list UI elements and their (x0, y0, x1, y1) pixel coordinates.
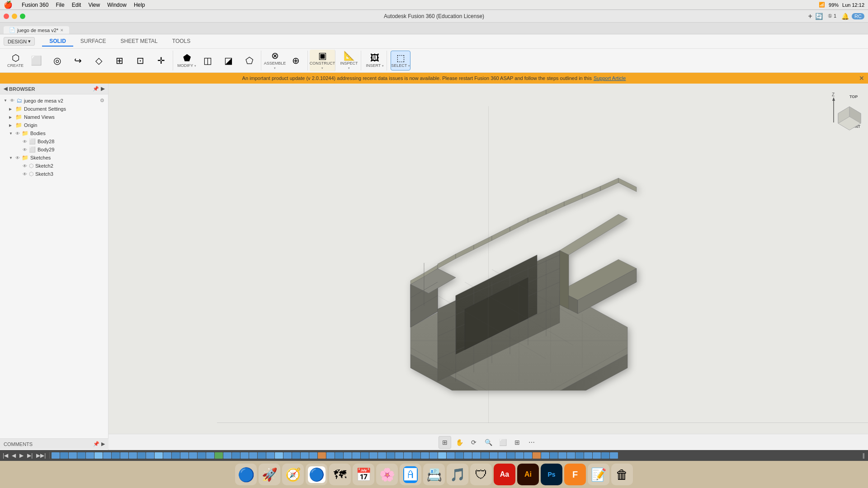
tl-item-20[interactable] (215, 452, 223, 459)
tl-item-9[interactable] (120, 452, 128, 459)
extrude-btn[interactable]: ⬜ (26, 51, 46, 70)
orbit-btn[interactable]: ⟳ (467, 436, 480, 449)
tl-item-52[interactable] (490, 452, 498, 459)
tl-item-56[interactable] (524, 452, 532, 459)
tl-item-62[interactable] (576, 452, 584, 459)
tl-item-64[interactable] (593, 452, 601, 459)
sketches-visibility-icon[interactable]: 👁 (15, 155, 20, 160)
tl-item-63[interactable] (584, 452, 592, 459)
tl-item-17[interactable] (189, 452, 197, 459)
tl-item-43[interactable] (412, 452, 420, 459)
tl-item-44[interactable] (421, 452, 429, 459)
tree-item-sketch3[interactable]: 👁 ⬡ Sketch3 (0, 170, 108, 178)
tl-item-53[interactable] (498, 452, 506, 459)
tl-item-15[interactable] (172, 452, 180, 459)
tl-start-btn[interactable]: |◀ (2, 452, 9, 459)
tree-item-root[interactable]: ▼ 👁 🗂 juego de mesa v2 ⚙ (0, 96, 108, 105)
tl-item-13[interactable] (155, 452, 163, 459)
new-component-btn[interactable]: ⬡ CREATE (5, 51, 25, 70)
revolve-btn[interactable]: ◎ (47, 51, 67, 70)
tl-item-11[interactable] (137, 452, 146, 459)
tree-item-body29[interactable]: 👁 ⬜ Body29 (0, 145, 108, 154)
body29-visibility-icon[interactable]: 👁 (23, 147, 27, 152)
tl-item-54[interactable] (507, 452, 515, 459)
tl-item-30[interactable] (301, 452, 309, 459)
tree-item-sketch2[interactable]: 👁 ⬡ Sketch2 (0, 162, 108, 170)
browser-expand-icon[interactable]: ◀ (4, 86, 7, 92)
help-menu[interactable]: Help (134, 2, 145, 8)
root-settings-icon[interactable]: ⚙ (100, 98, 104, 103)
notifications-icon[interactable]: 🔔 (841, 13, 849, 20)
tl-item-47[interactable] (447, 452, 455, 459)
comments-pin-icon[interactable]: 📌 (93, 441, 99, 447)
dock-illustrator[interactable]: Ai (517, 464, 539, 485)
tl-item-1[interactable] (52, 452, 60, 459)
maximize-button[interactable] (20, 14, 25, 19)
pan-btn[interactable]: ✋ (453, 436, 466, 449)
view-menu[interactable]: View (88, 2, 100, 8)
edit-menu[interactable]: Edit (72, 2, 81, 8)
tl-item-55[interactable] (515, 452, 524, 459)
tl-item-8[interactable] (112, 452, 120, 459)
viewcube[interactable]: Z FRONT TOP (825, 91, 861, 127)
construct-plane-btn[interactable]: ▣ CONSTRUCT ▾ (312, 51, 332, 70)
dock-acrobat[interactable]: Aa (494, 464, 515, 485)
tl-item-65[interactable] (601, 452, 609, 459)
web-btn[interactable]: ⊡ (130, 51, 150, 70)
tl-item-28[interactable] (283, 452, 292, 459)
dock-chrome[interactable]: 🔵 (306, 464, 327, 485)
tl-item-34[interactable] (335, 452, 343, 459)
tree-item-body28[interactable]: 👁 ⬜ Body28 (0, 137, 108, 145)
tl-item-2[interactable] (60, 452, 68, 459)
app-name-menu[interactable]: Fusion 360 (22, 2, 48, 8)
tl-item-61[interactable] (567, 452, 575, 459)
tl-item-48[interactable] (455, 452, 463, 459)
tl-item-58[interactable] (541, 452, 549, 459)
press-pull-btn[interactable]: ⬟ MODIFY ▾ (177, 51, 197, 70)
tl-item-16[interactable] (180, 452, 189, 459)
tree-item-origin[interactable]: ▶ 📁 Origin (0, 121, 108, 129)
viewport[interactable]: Z FRONT TOP (108, 84, 868, 450)
tl-prev-btn[interactable]: ◀ (11, 452, 17, 459)
loft-btn[interactable]: ◇ (89, 51, 108, 70)
tl-item-24[interactable] (249, 452, 257, 459)
tl-item-59[interactable] (550, 452, 558, 459)
tl-item-33[interactable] (326, 452, 335, 459)
dock-fusion360[interactable]: F (564, 464, 586, 485)
viewport-more-btn[interactable]: ⋯ (525, 436, 538, 449)
tl-item-57[interactable] (533, 452, 541, 459)
design-mode-btn[interactable]: DESIGN ▾ (4, 37, 35, 46)
tl-item-60[interactable] (558, 452, 566, 459)
tl-item-51[interactable] (481, 452, 489, 459)
tab-surface[interactable]: SURFACE (73, 37, 113, 47)
tl-item-41[interactable] (395, 452, 403, 459)
tab-sheetmetal[interactable]: SHEET METAL (113, 37, 165, 47)
tl-item-38[interactable] (369, 452, 377, 459)
select-btn[interactable]: ⬚ SELECT ▾ (391, 51, 410, 70)
comments-toggle-icon[interactable]: ▶ (101, 441, 105, 447)
dock-notes[interactable]: 📝 (588, 464, 609, 485)
tree-item-sketches[interactable]: ▼ 👁 📁 Sketches (0, 154, 108, 162)
tl-item-25[interactable] (258, 452, 266, 459)
tl-item-50[interactable] (472, 452, 481, 459)
shell-btn[interactable]: ⬠ (239, 51, 259, 70)
browser-pin-icon[interactable]: 📌 (93, 86, 99, 92)
tree-item-named-views[interactable]: ▶ 📁 Named Views (0, 113, 108, 121)
tl-item-45[interactable] (429, 452, 438, 459)
minimize-button[interactable] (12, 14, 17, 19)
tl-item-3[interactable] (69, 452, 77, 459)
tl-item-27[interactable] (275, 452, 283, 459)
tl-item-12[interactable] (146, 452, 154, 459)
tl-item-35[interactable] (344, 452, 352, 459)
tab-close-btn[interactable]: ✕ (60, 28, 64, 33)
dock-finder[interactable]: 🔵 (235, 464, 257, 485)
chamfer-btn[interactable]: ◪ (218, 51, 238, 70)
tl-item-23[interactable] (241, 452, 249, 459)
tree-item-doc-settings[interactable]: ▶ 📁 Document Settings (0, 105, 108, 113)
apple-menu[interactable]: 🍎 (4, 0, 13, 9)
sync-icon[interactable]: 🔄 (815, 13, 823, 20)
tl-item-46[interactable] (438, 452, 446, 459)
zoom-btn[interactable]: 🔍 (482, 436, 495, 449)
rib-btn[interactable]: ⊞ (109, 51, 129, 70)
dock-calendar[interactable]: 📅 (353, 464, 374, 485)
